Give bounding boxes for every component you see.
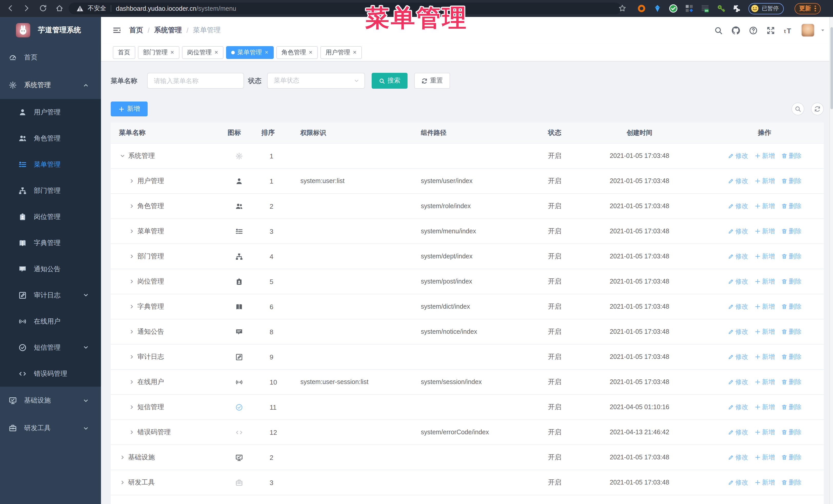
back-icon[interactable] <box>6 4 14 12</box>
sidebar-item-审计日志[interactable]: 审计日志 <box>0 282 101 308</box>
chevron-down-icon[interactable] <box>120 153 125 159</box>
edit-link[interactable]: 修改 <box>728 327 748 336</box>
chevron-right-icon[interactable] <box>129 203 134 209</box>
search-icon[interactable] <box>714 26 723 34</box>
delete-link[interactable]: 删除 <box>781 202 802 211</box>
delete-link[interactable]: 删除 <box>781 453 802 462</box>
gem-extension-icon[interactable] <box>653 4 662 13</box>
edit-link[interactable]: 修改 <box>728 353 748 361</box>
add-link[interactable]: 新增 <box>754 327 775 336</box>
key-extension-icon[interactable] <box>717 4 725 13</box>
show-search-button[interactable] <box>791 102 804 115</box>
chevron-right-icon[interactable] <box>129 354 134 359</box>
font-size-icon[interactable]: tT <box>784 26 792 34</box>
chevron-right-icon[interactable] <box>129 329 134 334</box>
app-logo[interactable]: 芋道管理系统 <box>0 17 101 44</box>
chevron-right-icon[interactable] <box>129 229 134 234</box>
browser-update-button[interactable]: 更新 <box>794 3 820 14</box>
chevron-right-icon[interactable] <box>129 304 134 309</box>
add-link[interactable]: 新增 <box>754 453 775 462</box>
sidebar-item-在线用户[interactable]: 在线用户 <box>0 308 101 334</box>
delete-link[interactable]: 删除 <box>781 478 802 487</box>
sidebar-item-研发工具[interactable]: 研发工具 <box>0 414 101 442</box>
edit-link[interactable]: 修改 <box>728 403 748 411</box>
add-link[interactable]: 新增 <box>754 353 775 361</box>
delete-link[interactable]: 删除 <box>781 227 802 236</box>
sidebar-item-基础设施[interactable]: 基础设施 <box>0 387 101 414</box>
close-icon[interactable] <box>214 50 218 54</box>
delete-link[interactable]: 删除 <box>781 252 802 261</box>
breadcrumb-system[interactable]: 系统管理 <box>154 26 182 35</box>
sidebar-item-通知公告[interactable]: 通知公告 <box>0 256 101 282</box>
add-link[interactable]: 新增 <box>754 277 775 286</box>
edit-link[interactable]: 修改 <box>728 428 748 437</box>
add-link[interactable]: 新增 <box>754 227 775 236</box>
chevron-right-icon[interactable] <box>120 455 125 460</box>
chevron-right-icon[interactable] <box>129 379 134 385</box>
sidebar-item-错误码管理[interactable]: 错误码管理 <box>0 360 101 387</box>
chevron-right-icon[interactable] <box>120 480 125 485</box>
delete-link[interactable]: 删除 <box>781 378 802 386</box>
delete-link[interactable]: 删除 <box>781 403 802 411</box>
tab-岗位管理[interactable]: 岗位管理 <box>182 46 223 59</box>
add-link[interactable]: 新增 <box>754 403 775 411</box>
sidebar-item-系统管理[interactable]: 系统管理 <box>0 71 101 99</box>
sidebar-item-首页[interactable]: 首页 <box>0 44 101 71</box>
close-icon[interactable] <box>353 50 357 54</box>
user-avatar[interactable] <box>801 24 814 37</box>
user-menu-caret-icon[interactable] <box>820 27 826 33</box>
chevron-right-icon[interactable] <box>129 405 134 410</box>
delete-link[interactable]: 删除 <box>781 277 802 286</box>
address-bar[interactable]: 不安全 dashboard.yudao.iocoder.cn /system/m… <box>69 3 621 14</box>
close-icon[interactable] <box>170 50 174 54</box>
forward-icon[interactable] <box>23 4 31 12</box>
delete-link[interactable]: 删除 <box>781 428 802 437</box>
tab-菜单管理[interactable]: 菜单管理 <box>226 46 274 59</box>
grid-extension-icon[interactable] <box>685 4 694 13</box>
add-link[interactable]: 新增 <box>754 151 775 160</box>
ring-extension-icon[interactable] <box>637 4 646 13</box>
edit-link[interactable]: 修改 <box>728 453 748 462</box>
tab-部门管理[interactable]: 部门管理 <box>138 46 180 59</box>
tab-首页[interactable]: 首页 <box>113 46 135 59</box>
refresh-table-button[interactable] <box>811 102 824 115</box>
add-link[interactable]: 新增 <box>754 177 775 185</box>
add-link[interactable]: 新增 <box>754 478 775 487</box>
help-icon[interactable] <box>749 26 758 34</box>
edit-link[interactable]: 修改 <box>728 302 748 311</box>
edit-link[interactable]: 修改 <box>728 151 748 160</box>
add-link[interactable]: 新增 <box>754 202 775 211</box>
sidebar-item-短信管理[interactable]: 短信管理 <box>0 334 101 360</box>
puzzle-extension-icon[interactable] <box>733 4 741 13</box>
delete-link[interactable]: 删除 <box>781 327 802 336</box>
reset-button[interactable]: 重置 <box>414 73 450 89</box>
stack-on-extension-icon[interactable]: on <box>701 4 710 13</box>
chevron-right-icon[interactable] <box>129 279 134 284</box>
tab-用户管理[interactable]: 用户管理 <box>320 46 362 59</box>
scrollbar-thumb[interactable] <box>830 27 833 109</box>
browser-menu-icon[interactable] <box>814 6 816 11</box>
edit-link[interactable]: 修改 <box>728 378 748 386</box>
sidebar-item-菜单管理[interactable]: 菜单管理 <box>0 151 101 177</box>
edit-link[interactable]: 修改 <box>728 177 748 185</box>
add-link[interactable]: 新增 <box>754 428 775 437</box>
chevron-right-icon[interactable] <box>129 254 134 259</box>
delete-link[interactable]: 删除 <box>781 302 802 311</box>
check-extension-icon[interactable] <box>669 4 678 13</box>
tab-角色管理[interactable]: 角色管理 <box>276 46 318 59</box>
home-icon[interactable] <box>55 4 64 12</box>
github-icon[interactable] <box>732 26 740 34</box>
sidebar-item-岗位管理[interactable]: 岗位管理 <box>0 203 101 230</box>
profile-paused-badge[interactable]: 已暂停 <box>748 3 784 14</box>
sidebar-item-角色管理[interactable]: 角色管理 <box>0 125 101 151</box>
edit-link[interactable]: 修改 <box>728 478 748 487</box>
edit-link[interactable]: 修改 <box>728 227 748 236</box>
chevron-right-icon[interactable] <box>129 178 134 184</box>
edit-link[interactable]: 修改 <box>728 202 748 211</box>
reload-icon[interactable] <box>39 4 47 12</box>
bookmark-star-icon[interactable] <box>618 4 626 12</box>
close-icon[interactable] <box>264 50 269 54</box>
sidebar-item-部门管理[interactable]: 部门管理 <box>0 177 101 203</box>
menu-name-input[interactable] <box>147 73 244 89</box>
add-button[interactable]: 新增 <box>111 101 148 116</box>
